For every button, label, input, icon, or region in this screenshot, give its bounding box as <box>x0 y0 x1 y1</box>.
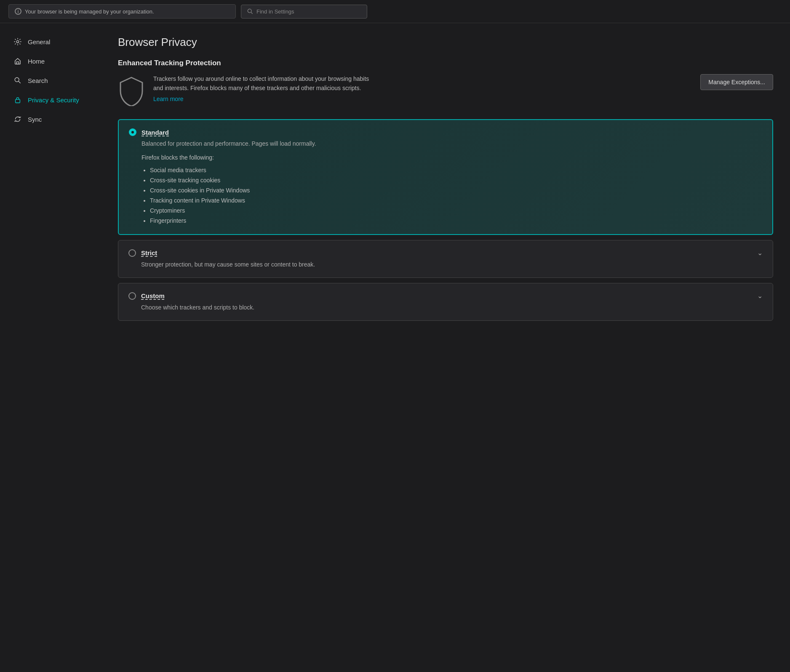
sidebar: General Home Search <box>0 23 101 672</box>
etp-intro-left: Trackers follow you around online to col… <box>118 74 692 107</box>
sidebar-label-general: General <box>28 38 50 45</box>
main-layout: General Home Search <box>0 23 790 672</box>
sync-icon <box>13 115 22 123</box>
option-desc-custom: Choose which trackers and scripts to blo… <box>141 303 763 312</box>
sidebar-item-general[interactable]: General <box>3 32 98 51</box>
radio-custom[interactable] <box>128 292 136 300</box>
option-card-standard[interactable]: Standard Balanced for protection and per… <box>118 119 773 235</box>
option-header-standard: Standard <box>129 128 762 136</box>
option-name-standard: Standard <box>141 129 169 136</box>
option-header-left-strict: Strict <box>128 249 157 257</box>
find-in-settings-input[interactable] <box>256 8 361 15</box>
svg-line-1 <box>251 12 253 14</box>
sidebar-item-search[interactable]: Search <box>3 71 98 90</box>
etp-intro: Trackers follow you around online to col… <box>118 74 773 107</box>
info-icon: i <box>15 8 21 15</box>
svg-point-2 <box>16 40 19 43</box>
search-icon <box>247 8 253 14</box>
block-item-cross-site-private: Cross-site cookies in Private Windows <box>150 185 762 195</box>
find-in-settings-container[interactable] <box>241 5 367 19</box>
manage-exceptions-button[interactable]: Manage Exceptions... <box>700 74 773 90</box>
sidebar-item-privacy[interactable]: Privacy & Security <box>3 91 98 109</box>
option-header-left-standard: Standard <box>129 128 169 136</box>
search-icon-sidebar <box>13 76 22 85</box>
sidebar-item-home[interactable]: Home <box>3 52 98 70</box>
main-content: Browser Privacy Enhanced Tracking Protec… <box>101 23 790 672</box>
shield-icon <box>118 76 145 107</box>
option-header-left-custom: Custom <box>128 292 165 300</box>
block-item-cross-site-cookies: Cross-site tracking cookies <box>150 175 762 185</box>
sidebar-item-sync[interactable]: Sync <box>3 110 98 128</box>
block-item-fingerprinters: Fingerprinters <box>150 216 762 226</box>
chevron-down-icon-custom: ⌄ <box>757 292 763 300</box>
lock-icon <box>13 96 22 104</box>
top-bar: i Your browser is being managed by your … <box>0 0 790 23</box>
option-header-custom: Custom ⌄ <box>128 292 763 300</box>
option-name-custom: Custom <box>141 292 165 299</box>
option-name-strict: Strict <box>141 249 157 256</box>
etp-description: Trackers follow you around online to col… <box>153 74 372 93</box>
option-card-custom[interactable]: Custom ⌄ Choose which trackers and scrip… <box>118 283 773 321</box>
managed-notice-text: Your browser is being managed by your or… <box>25 8 154 15</box>
page-title: Browser Privacy <box>118 36 773 49</box>
option-header-strict: Strict ⌄ <box>128 249 763 257</box>
learn-more-link[interactable]: Learn more <box>153 96 372 102</box>
gear-icon <box>13 37 22 46</box>
sidebar-label-home: Home <box>28 58 45 65</box>
option-desc-strict: Stronger protection, but may cause some … <box>141 260 763 269</box>
radio-standard[interactable] <box>129 128 136 136</box>
blocks-list-standard: Social media trackers Cross-site trackin… <box>150 165 762 226</box>
home-icon <box>13 57 22 65</box>
option-card-strict[interactable]: Strict ⌄ Stronger protection, but may ca… <box>118 240 773 278</box>
sidebar-label-sync: Sync <box>28 116 42 123</box>
etp-section-title: Enhanced Tracking Protection <box>118 59 773 67</box>
sidebar-label-privacy: Privacy & Security <box>28 96 79 104</box>
managed-notice: i Your browser is being managed by your … <box>8 4 236 19</box>
svg-point-0 <box>248 9 251 13</box>
block-item-social: Social media trackers <box>150 165 762 175</box>
svg-rect-3 <box>16 62 19 64</box>
svg-rect-6 <box>16 99 20 103</box>
chevron-down-icon-strict: ⌄ <box>757 249 763 257</box>
block-item-tracking-private: Tracking content in Private Windows <box>150 195 762 205</box>
svg-point-4 <box>15 77 19 82</box>
svg-line-5 <box>19 81 20 83</box>
firefox-blocks-label: Firefox blocks the following: <box>141 154 762 161</box>
radio-strict[interactable] <box>128 249 136 257</box>
sidebar-label-search: Search <box>28 77 48 84</box>
etp-text-block: Trackers follow you around online to col… <box>153 74 372 102</box>
option-desc-standard: Balanced for protection and performance.… <box>141 139 762 148</box>
block-item-cryptominers: Cryptominers <box>150 205 762 216</box>
